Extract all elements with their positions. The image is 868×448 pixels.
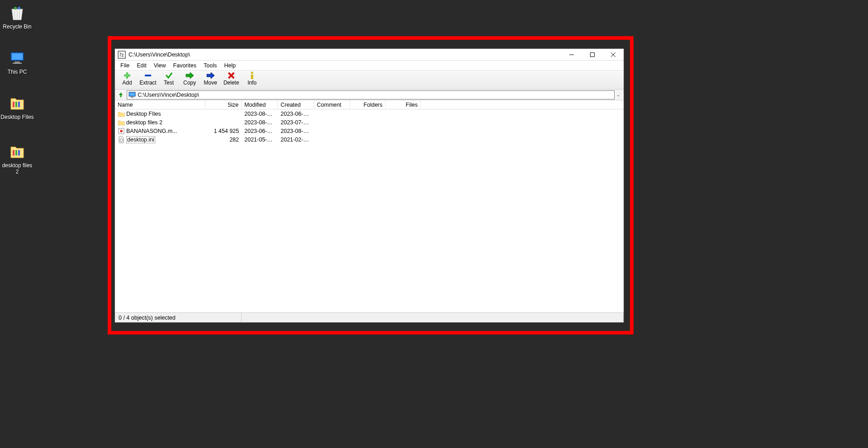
column-header-created[interactable]: Created [278, 100, 314, 109]
svg-rect-22 [129, 93, 135, 96]
column-header-folders[interactable]: Folders [350, 100, 386, 109]
column-header-name[interactable]: Name [115, 100, 205, 109]
desktop-icon-desktop-files-2[interactable]: desktop files 2 [0, 142, 34, 175]
file-size: 1 454 925 [205, 128, 242, 134]
check-icon [164, 72, 173, 79]
file-row[interactable]: desktop files 22023-08-27...2023-07-26..… [115, 118, 624, 127]
svg-point-0 [14, 7, 17, 9]
pc-icon [8, 49, 26, 67]
title-bar[interactable]: 7z C:\Users\Vince\Desktop\ [115, 49, 624, 61]
file-name: BANANASONG.m... [126, 128, 177, 134]
menu-help[interactable]: Help [220, 61, 239, 70]
desktop-icon-recycle-bin[interactable]: Recycle Bin [0, 4, 34, 30]
sevenzip-icon: 7z [118, 51, 126, 59]
toolbar: AddExtractTestCopyMoveDeleteInfo [115, 71, 624, 90]
file-modified: 2023-08-27... [242, 111, 278, 117]
svg-rect-20 [251, 75, 253, 79]
toolbar-move-button[interactable]: Move [201, 72, 220, 86]
file-row[interactable]: desktop.ini2822021-05-23...2021-02-28... [115, 135, 624, 144]
svg-point-25 [120, 130, 123, 132]
toolbar-delete-button[interactable]: Delete [222, 72, 241, 86]
menu-view[interactable]: View [150, 61, 170, 70]
column-header-size[interactable]: Size [205, 100, 242, 109]
svg-rect-18 [145, 75, 151, 76]
toolbar-copy-button[interactable]: Copy [180, 72, 199, 86]
file-created: 2021-02-28... [278, 137, 314, 143]
status-text: 0 / 4 object(s) selected [115, 313, 242, 322]
file-modified: 2023-08-27... [242, 119, 278, 126]
menu-edit[interactable]: Edit [133, 61, 150, 70]
toolbar-extract-button[interactable]: Extract [138, 72, 157, 86]
desktop-icon-this-pc[interactable]: This PC [0, 49, 34, 75]
minus-icon [143, 72, 153, 79]
address-dropdown-button[interactable]: ⌄ [615, 92, 622, 97]
svg-rect-3 [12, 53, 23, 60]
file-created: 2023-07-26... [278, 119, 314, 126]
status-bar: 0 / 4 object(s) selected [115, 312, 624, 322]
menu-favorites[interactable]: Favorites [170, 61, 200, 70]
toolbar-label: Copy [183, 80, 196, 86]
toolbar-label: Extract [139, 80, 156, 86]
desktop-icon-label: desktop files 2 [0, 162, 34, 175]
address-input[interactable]: C:\Users\Vince\Desktop\ [127, 90, 615, 99]
folder-icon [8, 142, 26, 160]
file-created: 2023-06-14... [278, 111, 314, 117]
plus-icon [123, 72, 132, 79]
toolbar-label: Delete [224, 80, 239, 86]
menu-file[interactable]: File [117, 61, 133, 70]
svg-rect-11 [18, 150, 20, 156]
svg-rect-9 [13, 150, 14, 156]
toolbar-label: Test [164, 80, 174, 86]
recycle-icon [8, 4, 26, 22]
toolbar-label: Move [204, 80, 217, 86]
file-row[interactable]: BANANASONG.m...1 454 9252023-06-20...202… [115, 127, 624, 135]
computer-icon [129, 92, 136, 98]
minimize-button[interactable] [561, 49, 582, 61]
toolbar-test-button[interactable]: Test [159, 72, 178, 86]
toolbar-add-button[interactable]: Add [118, 72, 137, 86]
file-name: desktop.ini [126, 137, 155, 143]
column-header-comment[interactable]: Comment [314, 100, 350, 109]
address-text: C:\Users\Vince\Desktop\ [138, 92, 199, 98]
desktop-icon-label: This PC [8, 69, 27, 75]
info-icon [248, 72, 257, 79]
file-row[interactable]: Desktop FIles2023-08-27...2023-06-14... [115, 109, 624, 118]
folder-icon [8, 94, 26, 112]
desktop-icon-desktop-files[interactable]: Desktop FIles [0, 94, 34, 120]
menu-tools[interactable]: Tools [200, 61, 220, 70]
svg-point-1 [18, 7, 20, 9]
x-red-icon [227, 72, 236, 79]
svg-rect-6 [13, 102, 14, 107]
file-modified: 2021-05-23... [242, 137, 278, 143]
svg-rect-5 [13, 63, 22, 64]
toolbar-label: Add [122, 80, 132, 86]
file-created: 2023-08-27... [278, 128, 314, 134]
desktop-icon-label: Desktop FIles [0, 114, 33, 120]
desktop-icon-label: Recycle Bin [3, 24, 31, 30]
column-header-modified[interactable]: Modified [242, 100, 278, 109]
svg-rect-10 [15, 150, 17, 156]
file-list: NameSizeModifiedCreatedCommentFoldersFil… [115, 100, 624, 312]
media-icon [118, 127, 125, 135]
arrow-right-green-icon [185, 72, 194, 79]
svg-rect-7 [15, 102, 17, 107]
close-button[interactable] [603, 49, 624, 61]
column-header-files[interactable]: Files [386, 100, 421, 109]
svg-point-19 [251, 72, 253, 74]
file-modified: 2023-06-20... [242, 128, 278, 134]
folder-icon [118, 119, 125, 126]
svg-rect-8 [18, 102, 20, 107]
svg-rect-23 [131, 97, 134, 98]
address-bar: C:\Users\Vince\Desktop\ ⌄ [115, 90, 624, 100]
sevenzip-window: 7z C:\Users\Vince\Desktop\ FileEditViewF… [114, 48, 624, 323]
window-title: C:\Users\Vince\Desktop\ [129, 52, 561, 58]
menu-bar: FileEditViewFavoritesToolsHelp [115, 61, 624, 71]
file-list-header: NameSizeModifiedCreatedCommentFoldersFil… [115, 100, 624, 109]
file-name: Desktop FIles [126, 111, 161, 117]
up-one-level-button[interactable] [117, 91, 125, 99]
arrow-right-blue-icon [206, 72, 215, 79]
maximize-button[interactable] [582, 49, 603, 61]
file-name: desktop files 2 [126, 119, 162, 126]
toolbar-info-button[interactable]: Info [243, 72, 262, 86]
file-size: 282 [205, 137, 242, 143]
